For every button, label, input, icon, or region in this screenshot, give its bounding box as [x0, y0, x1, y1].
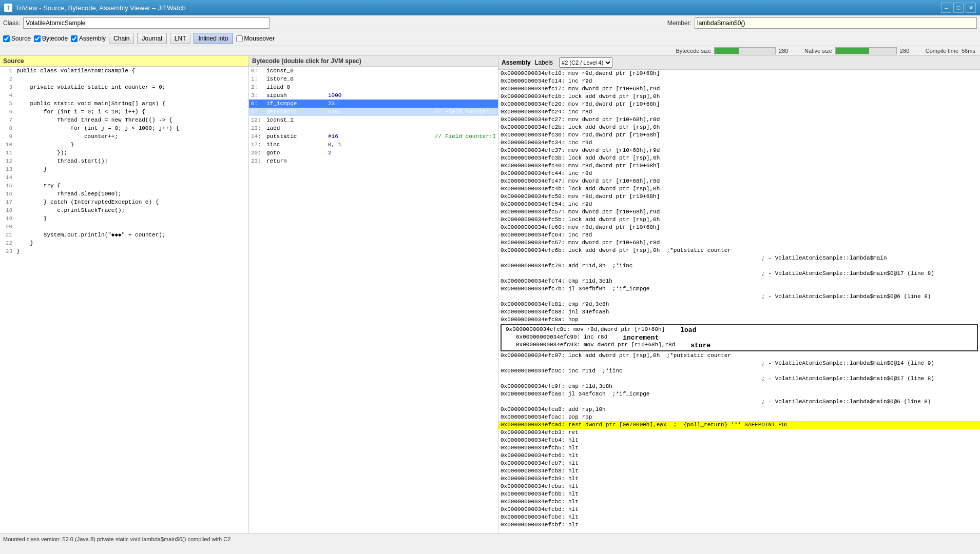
bytecode-size-value: 280	[779, 48, 794, 54]
line-code: e.printStackTrace();	[15, 206, 248, 214]
line-code: public static void main(String[] args) {	[15, 100, 248, 108]
source-line: 13 }	[0, 165, 248, 173]
source-line: 17 } catch (InterruptedException e) {	[0, 198, 248, 206]
assembly-line: 0x00000000034efcb7: hlt	[498, 460, 980, 467]
bytecode-size-label: Bytecode size	[676, 48, 711, 54]
bytecode-line[interactable]: 1:istore_0	[249, 75, 498, 83]
bytecode-line[interactable]: 9:getstatic#16// Field counter:I	[249, 108, 498, 116]
assembly-line: 0x00000000034efcbc: hlt	[498, 498, 980, 506]
window-title: TriView - Source, Bytecode, Assembly Vie…	[15, 4, 186, 12]
level-select[interactable]: #2 (C2 / Level 4) #1 (C1 / Level 1)	[559, 57, 612, 68]
bytecode-line[interactable]: 2:iload_0	[249, 83, 498, 91]
bytecode-line[interactable]: 14:putstatic#16// Field counter:I	[249, 132, 498, 141]
assembly-line: 0x00000000034efc74: cmp r11d,3e1h	[498, 278, 980, 285]
mouseover-checkbox-label[interactable]: Mouseover	[236, 35, 275, 42]
bytecode-checkbox-label[interactable]: Bytecode	[34, 35, 68, 42]
maximize-button[interactable]: □	[953, 3, 964, 13]
source-checkbox-label[interactable]: Source	[3, 35, 31, 42]
assembly-content[interactable]: 0x00000000034efc10: mov r9d,dword ptr [r…	[498, 70, 980, 533]
line-number: 23	[0, 247, 15, 255]
assembly-line: 0x00000000034efcb8: hlt	[498, 467, 980, 475]
bytecode-content[interactable]: 0:iconst_01:istore_02:iload_03:sipush100…	[249, 67, 498, 533]
chain-button[interactable]: Chain	[109, 33, 134, 44]
bytecode-line[interactable]: 23:return	[249, 157, 498, 165]
line-number: 7	[0, 116, 15, 124]
journal-button[interactable]: Journal	[137, 33, 166, 44]
statusbar: Mounted class version: 52.0 (Java 8) pri…	[0, 533, 980, 544]
assembly-line: 0x00000000034efc9f: cmp r11d,3e8h	[498, 383, 980, 390]
bytecode-line[interactable]: 20:goto2	[249, 149, 498, 157]
bytecode-panel-header: Bytecode (double click for JVM spec)	[249, 56, 498, 67]
close-button[interactable]: ✕	[966, 3, 976, 13]
line-code: }	[15, 247, 248, 255]
assembly-checkbox[interactable]	[71, 35, 78, 42]
compile-time-value: 56ms	[962, 48, 977, 54]
member-input[interactable]	[695, 17, 977, 29]
assembly-line: ; - VolatileAtomicSample::lambda$main$0@…	[498, 375, 980, 383]
member-label: Member:	[667, 19, 691, 27]
minimize-button[interactable]: –	[941, 3, 951, 13]
assembly-checkbox-label[interactable]: Assembly	[71, 35, 106, 42]
assembly-line: 0x00000000034efc20: mov r8d,dword ptr [r…	[498, 101, 980, 108]
assembly-line: 0x00000000034efc6b: lock add dword ptr […	[498, 247, 980, 254]
main-toolbar: Class: Member:	[0, 15, 980, 31]
inlined-into-button[interactable]: Inlined into	[194, 33, 233, 44]
assembly-line: 0x00000000034efc30: mov r9d,dword ptr [r…	[498, 131, 980, 139]
source-panel: Source 1public class VolatileAtomicSampl…	[0, 56, 249, 533]
line-code: }	[15, 165, 248, 173]
line-code: }	[15, 141, 248, 149]
line-code: Thread thread = new Thread(() -> {	[15, 116, 248, 124]
bytecode-label: Bytecode	[42, 35, 68, 42]
line-code	[15, 91, 248, 100]
bytecode-line[interactable]: 12:iconst_1	[249, 116, 498, 124]
source-line: 5 public static void main(String[] args)…	[0, 100, 248, 108]
line-number: 2	[0, 75, 15, 83]
compile-time-label: Compile time	[926, 48, 958, 54]
bytecode-line[interactable]: 13:iadd	[249, 124, 498, 132]
bytecode-checkbox[interactable]	[34, 35, 41, 42]
assembly-line: 0x00000000034efc64: inc r8d	[498, 231, 980, 239]
line-number: 22	[0, 239, 15, 247]
assembly-line: 0x00000000034efcbd: hlt	[498, 506, 980, 513]
assembly-line: 0x00000000034efc47: mov dword ptr [r10+6…	[498, 177, 980, 185]
source-content[interactable]: 1public class VolatileAtomicSample {23 p…	[0, 67, 248, 533]
line-number: 15	[0, 182, 15, 190]
line-code: for (int i = 0; i < 10; i++) {	[15, 108, 248, 116]
source-checkbox[interactable]	[3, 35, 10, 42]
bytecode-line[interactable]: 0:iconst_0	[249, 67, 498, 75]
assembly-line: 0x00000000034efc24: inc r8d	[498, 108, 980, 116]
source-line: 1public class VolatileAtomicSample {	[0, 67, 248, 75]
source-line: 12 thread.start();	[0, 157, 248, 165]
source-line: 9 counter++;	[0, 132, 248, 141]
bytecode-panel: Bytecode (double click for JVM spec) 0:i…	[249, 56, 498, 533]
bytecode-line[interactable]: 3:sipush1000	[249, 91, 498, 100]
line-code: public class VolatileAtomicSample {	[15, 67, 248, 75]
source-line: 7 Thread thread = new Thread(() -> {	[0, 116, 248, 124]
bytecode-size-stat: Bytecode size 280	[676, 47, 794, 54]
line-number: 1	[0, 67, 15, 75]
native-size-value: 280	[900, 48, 915, 54]
source-line: 23}	[0, 247, 248, 255]
source-line: 20	[0, 223, 248, 231]
labels-tab[interactable]: Labels	[535, 59, 553, 66]
source-line: 19 }	[0, 214, 248, 223]
bytecode-line[interactable]: 17:iinc0, 1	[249, 141, 498, 149]
lnt-button[interactable]: LNT	[170, 33, 191, 44]
asm-tooltip: 0x00000000034efc8c: mov r8d,dword ptr [r…	[501, 324, 978, 351]
class-input[interactable]	[23, 17, 270, 29]
main-content: Source 1public class VolatileAtomicSampl…	[0, 56, 980, 533]
line-number: 14	[0, 173, 15, 182]
assembly-line: 0x00000000034efcbf: hlt	[498, 521, 980, 529]
source-line: 6 for (int i = 0; i < 10; i++) {	[0, 108, 248, 116]
line-number: 9	[0, 132, 15, 141]
statusbar-text: Mounted class version: 52.0 (Java 8) pri…	[3, 536, 230, 542]
assembly-line: 0x00000000034efc17: mov dword ptr [r10+6…	[498, 85, 980, 93]
assembly-tab[interactable]: Assembly	[502, 59, 531, 66]
source-line: 10 }	[0, 141, 248, 149]
line-number: 12	[0, 157, 15, 165]
mouseover-checkbox[interactable]	[236, 35, 243, 42]
assembly-line: ; - VolatileAtomicSample::lambda$main$0@…	[498, 398, 980, 406]
line-code: for (int j = 0; j < 1000; j++) {	[15, 124, 248, 132]
bytecode-line[interactable]: 6:if_icmpge23	[249, 100, 498, 108]
assembly-line: 0x00000000034efc60: mov r8d,dword ptr [r…	[498, 224, 980, 231]
